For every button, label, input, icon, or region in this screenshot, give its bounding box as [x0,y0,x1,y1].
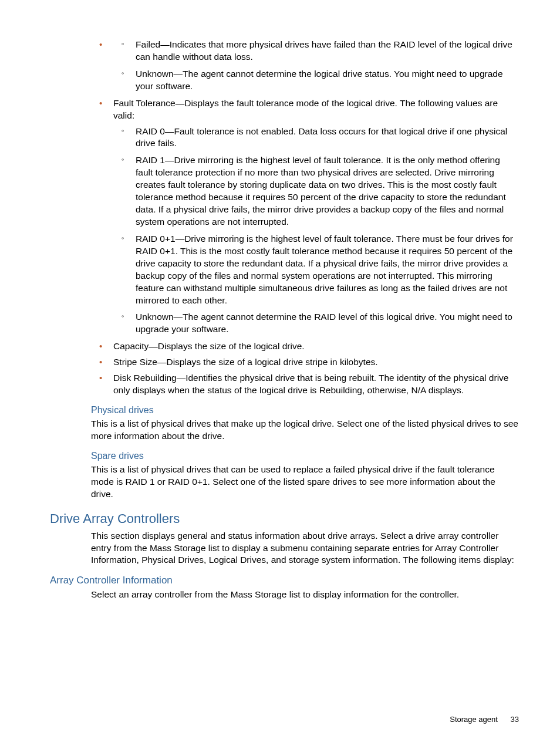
drive-array-controllers-text: This section displays general and status… [91,530,519,567]
drive-array-controllers-heading: Drive Array Controllers [50,511,519,526]
physical-drives-section: Physical drives This is a list of physic… [91,405,519,443]
status-unknown: Unknown—The agent cannot determine the l… [113,68,519,93]
array-controller-info-body: Select an array controller from the Mass… [91,589,519,601]
status-failed: Failed—Indicates that more physical driv… [113,39,519,63]
spare-drives-section: Spare drives This is a list of physical … [91,451,519,501]
continued-list: .hidebullet::before{content:"" !importan… [91,39,519,397]
array-controller-info-text: Select an array controller from the Mass… [91,589,519,601]
array-controller-info-heading: Array Controller Information [50,575,519,586]
page-footer: Storage agent 33 [450,715,519,724]
raid-1: RAID 1—Drive mirroring is the highest le… [113,154,519,228]
capacity-item: Capacity—Displays the size of the logica… [91,340,519,353]
footer-page-number: 33 [511,715,519,724]
physical-drives-heading: Physical drives [91,405,519,416]
stripe-size-item: Stripe Size—Displays the size of a logic… [91,356,519,369]
disk-rebuilding-item: Disk Rebuilding—Identifies the physical … [91,372,519,397]
physical-drives-text: This is a list of physical drives that m… [91,418,519,443]
raid-0-plus-1: RAID 0+1—Drive mirroring is the highest … [113,233,519,307]
raid-0: RAID 0—Fault tolerance is not enabled. D… [113,126,519,150]
raid-unknown: Unknown—The agent cannot determine the R… [113,311,519,336]
fault-tolerance-item: Fault Tolerance—Displays the fault toler… [91,97,519,336]
spare-drives-heading: Spare drives [91,451,519,461]
footer-label: Storage agent [450,715,498,724]
spare-drives-text: This is a list of physical drives that c… [91,464,519,501]
status-item-continued: Failed—Indicates that more physical driv… [91,39,519,93]
drive-array-controllers-body: This section displays general and status… [91,530,519,567]
